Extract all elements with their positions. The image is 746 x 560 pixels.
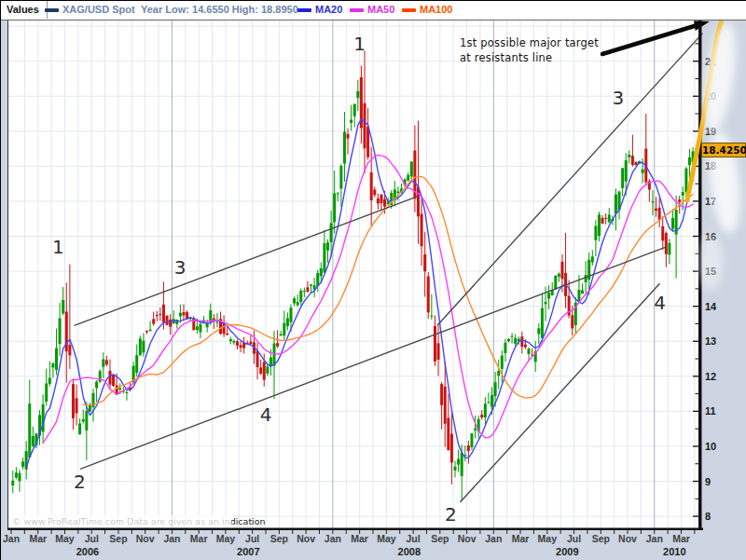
svg-text:May: May bbox=[55, 533, 75, 544]
ma20-dash-icon bbox=[297, 8, 311, 12]
symbol-label[interactable]: XAG/USD Spot bbox=[62, 4, 135, 15]
wave-label-2: 2 bbox=[445, 503, 457, 526]
svg-text:11: 11 bbox=[705, 405, 716, 417]
price-chart: 89101112131415161718192021JanMarMayJulSe… bbox=[1, 1, 746, 560]
annotation-note: 1st possible major target at resistants … bbox=[460, 36, 618, 65]
svg-text:Sep: Sep bbox=[270, 533, 288, 544]
svg-text:14: 14 bbox=[705, 301, 717, 312]
x-axis-labels: JanMarMayJulSepNovJanMarMayJulSepNovJanM… bbox=[3, 530, 695, 557]
annotation-line2: at resistants line bbox=[460, 51, 618, 66]
svg-text:2008: 2008 bbox=[398, 546, 421, 557]
svg-text:10: 10 bbox=[705, 441, 716, 452]
svg-text:2006: 2006 bbox=[76, 546, 99, 557]
svg-text:Nov: Nov bbox=[136, 533, 155, 544]
values-button[interactable]: Values bbox=[1, 1, 48, 19]
x-axis-bar bbox=[7, 528, 703, 531]
svg-text:Jan: Jan bbox=[325, 533, 341, 544]
wave-label-1: 1 bbox=[353, 33, 366, 55]
last-price-tag[interactable]: 18.4250 bbox=[701, 143, 746, 157]
svg-text:9: 9 bbox=[705, 476, 711, 487]
wave-label-4: 4 bbox=[654, 292, 666, 314]
svg-text:Sep: Sep bbox=[431, 533, 449, 544]
svg-text:Nov: Nov bbox=[618, 533, 637, 544]
spot-series-dash-icon bbox=[45, 8, 59, 12]
svg-text:Nov: Nov bbox=[297, 533, 315, 544]
wave-label-2: 2 bbox=[74, 471, 86, 493]
annotation-line1: 1st possible major target bbox=[460, 36, 618, 51]
wave-label-4: 4 bbox=[260, 403, 272, 426]
svg-text:2007: 2007 bbox=[237, 546, 259, 557]
svg-text:Jan: Jan bbox=[485, 533, 502, 544]
watermark-backing bbox=[9, 515, 231, 527]
svg-text:Nov: Nov bbox=[458, 533, 477, 544]
legend-bar: Values XAG/USD Spot Year Low: 14.6550 Hi… bbox=[1, 1, 746, 20]
svg-text:Jul: Jul bbox=[245, 533, 259, 544]
svg-text:13: 13 bbox=[705, 335, 716, 347]
svg-text:Jul: Jul bbox=[567, 533, 581, 544]
svg-text:Sep: Sep bbox=[592, 533, 610, 544]
wave-label-3: 3 bbox=[174, 256, 186, 279]
wave-label-3: 3 bbox=[613, 87, 625, 109]
svg-text:Mar: Mar bbox=[29, 533, 47, 544]
wave-label-1: 1 bbox=[52, 236, 64, 258]
svg-text:2009: 2009 bbox=[556, 546, 578, 557]
ma100-label[interactable]: MA100 bbox=[420, 4, 452, 15]
svg-text:Sep: Sep bbox=[109, 533, 127, 544]
svg-text:Mar: Mar bbox=[512, 533, 530, 544]
svg-text:Mar: Mar bbox=[351, 533, 368, 544]
svg-text:Jan: Jan bbox=[3, 533, 20, 544]
ma50-label[interactable]: MA50 bbox=[367, 4, 394, 15]
svg-text:Mar: Mar bbox=[190, 533, 208, 544]
svg-text:May: May bbox=[538, 533, 558, 544]
margin-watermark-blob bbox=[698, 234, 723, 290]
svg-text:Mar: Mar bbox=[672, 533, 690, 544]
black-arrowhead bbox=[694, 20, 710, 31]
svg-text:Jan: Jan bbox=[646, 533, 663, 544]
ma50-dash-icon bbox=[350, 8, 364, 12]
svg-text:Jul: Jul bbox=[85, 533, 99, 544]
svg-text:2010: 2010 bbox=[663, 546, 685, 557]
ma20-label[interactable]: MA20 bbox=[315, 4, 342, 15]
svg-text:Jan: Jan bbox=[163, 533, 180, 544]
svg-text:May: May bbox=[377, 533, 396, 544]
svg-text:12: 12 bbox=[705, 371, 716, 382]
svg-text:Jul: Jul bbox=[407, 533, 421, 544]
chart-window: Values XAG/USD Spot Year Low: 14.6550 Hi… bbox=[0, 0, 746, 560]
ma100-dash-icon bbox=[402, 8, 416, 12]
svg-text:May: May bbox=[216, 533, 236, 544]
svg-text:8: 8 bbox=[705, 511, 711, 522]
year-range-label: Year Low: 14.6550 High: 18.8950 bbox=[141, 4, 298, 15]
